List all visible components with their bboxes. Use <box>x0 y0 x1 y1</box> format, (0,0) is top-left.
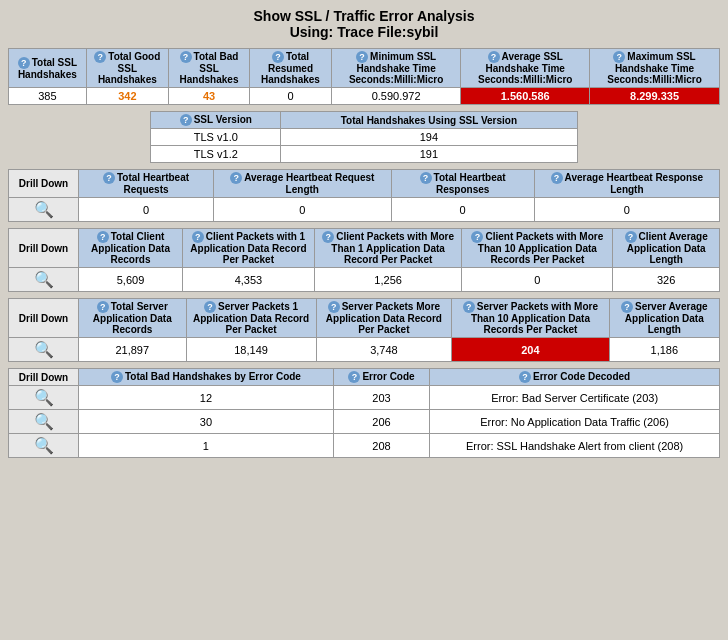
val-total-ssl: 385 <box>9 88 87 105</box>
q-icon: ? <box>551 172 563 184</box>
server-header-3: ?Server Packets More Application Data Re… <box>316 299 452 338</box>
error-decoded-3: Error: SSL Handshake Alert from client (… <box>430 434 720 458</box>
client-table: Drill Down ?Total Client Application Dat… <box>8 228 720 292</box>
server-header-4: ?Server Packets with More Than 10 Applic… <box>452 299 609 338</box>
q-icon: ? <box>103 172 115 184</box>
ssl-version-table: ?SSL Version Total Handshakes Using SSL … <box>150 111 577 163</box>
q-icon: ? <box>328 301 340 313</box>
heartbeat-header-3: ?Total Heartbeat Responses <box>391 170 534 198</box>
q-icon: ? <box>204 301 216 313</box>
q-icon: ? <box>97 301 109 313</box>
client-val-2: 4,353 <box>183 268 315 292</box>
error-count-2: 30 <box>79 410 334 434</box>
error-row-1: 🔍 12 203 Error: Bad Server Certificate (… <box>9 386 720 410</box>
error-code-2: 206 <box>333 410 429 434</box>
header-good-ssl: ?Total Good SSL Handshakes <box>86 49 168 88</box>
ssl-version-total-header: Total Handshakes Using SSL Version <box>281 112 577 129</box>
server-val-2: 18,149 <box>186 338 316 362</box>
heartbeat-val-2: 0 <box>214 198 391 222</box>
heartbeat-val-3: 0 <box>391 198 534 222</box>
client-header-2: ?Client Packets with 1 Application Data … <box>183 229 315 268</box>
header-max-time: ?Maximum SSL Handshake Time Seconds:Mill… <box>590 49 720 88</box>
q-icon: ? <box>613 51 625 63</box>
client-drilldown-header: Drill Down <box>9 229 79 268</box>
client-val-4: 0 <box>462 268 613 292</box>
error-drilldown-icon-2[interactable]: 🔍 <box>9 410 79 434</box>
server-table: Drill Down ?Total Server Application Dat… <box>8 298 720 362</box>
heartbeat-header-1: ?Total Heartbeat Requests <box>79 170 214 198</box>
error-table: Drill Down ?Total Bad Handshakes by Erro… <box>8 368 720 458</box>
client-drilldown-icon[interactable]: 🔍 <box>9 268 79 292</box>
binoculars-icon: 🔍 <box>34 201 54 218</box>
server-val-4: 204 <box>452 338 609 362</box>
ssl-version-header: ?SSL Version <box>151 112 281 129</box>
server-val-5: 1,186 <box>609 338 719 362</box>
q-icon: ? <box>488 51 500 63</box>
server-drilldown-header: Drill Down <box>9 299 79 338</box>
heartbeat-drilldown-icon[interactable]: 🔍 <box>9 198 79 222</box>
header-avg-time: ?Average SSL Handshake Time Seconds:Mill… <box>461 49 590 88</box>
header-resumed: ?Total Resumed Handshakes <box>250 49 332 88</box>
val-resumed: 0 <box>250 88 332 105</box>
binoculars-icon: 🔍 <box>34 389 54 406</box>
tls12-count: 191 <box>281 146 577 163</box>
header-bad-ssl: ?Total Bad SSL Handshakes <box>168 49 249 88</box>
tls10-label: TLS v1.0 <box>151 129 281 146</box>
q-icon: ? <box>625 231 637 243</box>
q-icon: ? <box>420 172 432 184</box>
q-icon: ? <box>519 371 531 383</box>
q-icon: ? <box>18 57 30 69</box>
q-icon: ? <box>621 301 633 313</box>
val-avg-time: 1.560.586 <box>461 88 590 105</box>
q-icon: ? <box>322 231 334 243</box>
binoculars-icon: 🔍 <box>34 413 54 430</box>
error-count-3: 1 <box>79 434 334 458</box>
top-summary-table: ?Total SSL Handshakes ?Total Good SSL Ha… <box>8 48 720 105</box>
val-good-ssl: 342 <box>86 88 168 105</box>
heartbeat-drilldown-header: Drill Down <box>9 170 79 198</box>
server-drilldown-icon[interactable]: 🔍 <box>9 338 79 362</box>
val-bad-ssl: 43 <box>168 88 249 105</box>
error-decoded-2: Error: No Application Data Traffic (206) <box>430 410 720 434</box>
val-max-time: 8.299.335 <box>590 88 720 105</box>
error-decoded-1: Error: Bad Server Certificate (203) <box>430 386 720 410</box>
header-total-ssl: ?Total SSL Handshakes <box>9 49 87 88</box>
client-val-3: 1,256 <box>314 268 462 292</box>
error-row-3: 🔍 1 208 Error: SSL Handshake Alert from … <box>9 434 720 458</box>
heartbeat-header-4: ?Average Heartbeat Response Length <box>534 170 719 198</box>
error-drilldown-header: Drill Down <box>9 369 79 386</box>
q-icon: ? <box>348 371 360 383</box>
q-icon: ? <box>180 51 192 63</box>
q-icon: ? <box>94 51 106 63</box>
error-row-2: 🔍 30 206 Error: No Application Data Traf… <box>9 410 720 434</box>
page-wrapper: Show SSL / Traffic Error Analysis Using:… <box>0 0 728 472</box>
error-drilldown-icon-3[interactable]: 🔍 <box>9 434 79 458</box>
error-code-1: 203 <box>333 386 429 410</box>
q-icon: ? <box>192 231 204 243</box>
client-header-5: ?Client Average Application Data Length <box>613 229 720 268</box>
error-drilldown-icon-1[interactable]: 🔍 <box>9 386 79 410</box>
binoculars-icon: 🔍 <box>34 271 54 288</box>
client-val-5: 326 <box>613 268 720 292</box>
server-header-5: ?Server Average Application Data Length <box>609 299 719 338</box>
client-header-4: ?Client Packets with More Than 10 Applic… <box>462 229 613 268</box>
error-code-3: 208 <box>333 434 429 458</box>
error-header-2: ?Error Code <box>333 369 429 386</box>
error-header-1: ?Total Bad Handshakes by Error Code <box>79 369 334 386</box>
heartbeat-val-1: 0 <box>79 198 214 222</box>
error-header-3: ?Error Code Decoded <box>430 369 720 386</box>
error-count-1: 12 <box>79 386 334 410</box>
q-icon: ? <box>463 301 475 313</box>
tls10-count: 194 <box>281 129 577 146</box>
val-min-time: 0.590.972 <box>331 88 460 105</box>
page-title: Show SSL / Traffic Error Analysis Using:… <box>8 8 720 40</box>
q-icon: ? <box>272 51 284 63</box>
q-icon: ? <box>97 231 109 243</box>
server-header-1: ?Total Server Application Data Records <box>79 299 187 338</box>
heartbeat-header-2: ?Average Heartbeat Request Length <box>214 170 391 198</box>
client-header-3: ?Client Packets with More Than 1 Applica… <box>314 229 462 268</box>
client-val-1: 5,609 <box>79 268 183 292</box>
q-icon: ? <box>356 51 368 63</box>
binoculars-icon: 🔍 <box>34 437 54 454</box>
q-icon: ? <box>111 371 123 383</box>
